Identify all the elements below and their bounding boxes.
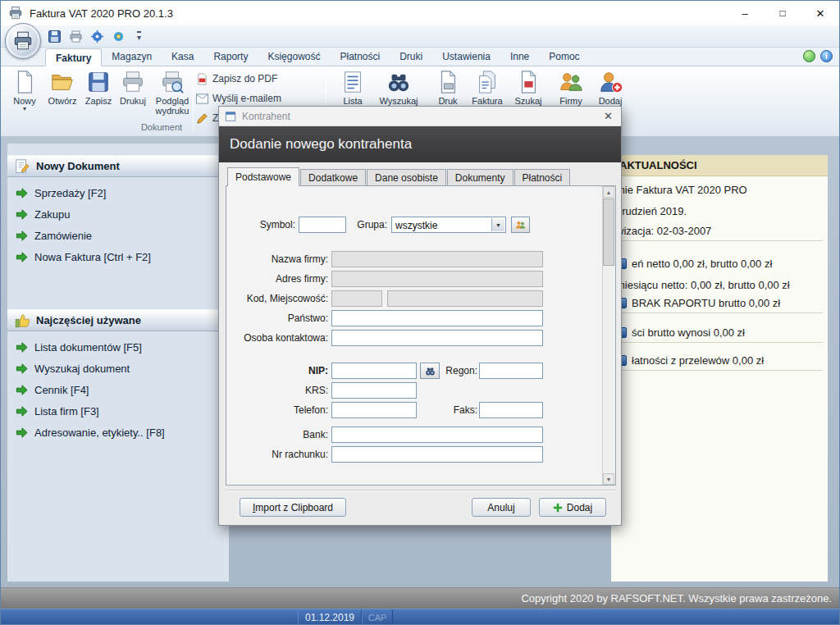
caps-lock-indicator: CAP [362, 609, 393, 625]
news-row: miesiącu netto: 0,00 zł, brutto 0,00 zł [616, 276, 824, 293]
tab-dane-osobiste[interactable]: Dane osobiste [367, 169, 446, 185]
grupa-dropdown[interactable]: wszystkie ▼ [391, 217, 506, 233]
send-email-button[interactable]: Wyślij e-mailem [196, 91, 281, 106]
sidebar-item-cennik[interactable]: Cennik [F4] [16, 380, 89, 399]
ribbon-tab-bar: Faktury Magazyn Kasa Raporty Księgowość … [1, 48, 839, 66]
pdf-icon [196, 73, 208, 85]
dialog-title-bar[interactable]: Kontrahent ✕ [219, 107, 621, 126]
save-icon[interactable] [47, 30, 62, 43]
sidebar-panel-header: Najczęściej używane [7, 309, 229, 331]
bank-input[interactable] [331, 427, 543, 443]
dialog-scrollbar[interactable]: ▲ ▼ [602, 186, 614, 485]
app-window: Faktura VAT 2020 PRO 20.1.3 – □ ✕ ▾ Fakt… [0, 0, 840, 625]
print-preview-button[interactable]: Podgląd wydruku [150, 70, 194, 116]
sidebar-item-lista-firm[interactable]: Lista firm [F3] [16, 401, 99, 421]
regon-input[interactable] [479, 363, 543, 379]
green-arrow-icon [16, 384, 28, 396]
sidebar-item-lista-dokumentow[interactable]: Lista dokumentów [F5] [16, 337, 142, 357]
symbol-input[interactable] [299, 217, 346, 233]
add-button[interactable]: Dodaj [539, 498, 606, 517]
print-icon[interactable] [68, 30, 83, 43]
group-manage-button[interactable] [511, 217, 530, 233]
print-button[interactable]: Drukuj [116, 70, 150, 106]
open-button[interactable]: Otwórz [43, 70, 81, 106]
green-arrow-icon [16, 341, 28, 354]
close-button[interactable]: ✕ [801, 1, 839, 25]
divider [613, 342, 823, 343]
tab-dokumenty[interactable]: Dokumenty [447, 169, 514, 185]
tab-inne[interactable]: Inne [500, 48, 539, 66]
import-clipboard-button[interactable]: Import z Clipboard [240, 498, 346, 517]
sidebar-item-zakupu[interactable]: Zakupu [16, 204, 70, 224]
tab-druki[interactable]: Druki [390, 48, 432, 66]
tools-icon[interactable] [111, 30, 126, 43]
companies-button[interactable]: Firmy [549, 70, 593, 106]
minimize-button[interactable]: – [726, 1, 764, 25]
tab-platnosci-dlg[interactable]: Płatności [514, 169, 571, 185]
tab-platnosci[interactable]: Płatności [330, 48, 390, 66]
scroll-down-icon[interactable]: ▼ [603, 473, 614, 485]
cancel-button[interactable]: Anuluj [472, 498, 531, 517]
news-header: AKTUALNOŚCI [611, 155, 828, 176]
green-arrow-icon [16, 427, 28, 439]
news-row: grudzień 2019. [616, 203, 824, 219]
osoba-kontaktowa-label: Osoba kontaktowa: [226, 330, 328, 346]
add-contractor-button[interactable]: Dodaj [588, 70, 632, 106]
settings-icon[interactable] [89, 30, 104, 43]
save-icon [86, 70, 111, 94]
sidebar-item-adresowanie[interactable]: Adresowanie, etykiety.. [F8] [16, 422, 165, 442]
kod-input [331, 290, 382, 307]
save-button[interactable]: Zapisz [81, 70, 116, 106]
search-button[interactable]: Wyszukaj [377, 70, 421, 106]
sidebar-item-zamowienie[interactable]: Zamówienie [16, 226, 92, 245]
regon-label: Regon: [428, 363, 477, 379]
customize-toolbar-icon[interactable]: ▾ [137, 31, 141, 41]
dialog-header: Dodanie nowego kontrahenta [219, 126, 621, 162]
sidebar-item-nowa-faktura[interactable]: Nowa Faktura [Ctrl + F2] [16, 247, 151, 267]
search-doc-button[interactable]: Szukaj [506, 70, 550, 106]
print-preview-icon [160, 70, 185, 94]
nip-input[interactable] [331, 363, 417, 379]
scroll-up-icon[interactable]: ▲ [603, 186, 614, 198]
tab-ustawienia[interactable]: Ustawienia [432, 48, 500, 66]
panstwo-label: Państwo: [226, 310, 328, 326]
faks-input[interactable] [479, 402, 543, 418]
krs-input[interactable] [331, 382, 417, 399]
symbol-label: Symbol: [229, 217, 295, 233]
divider [613, 370, 823, 371]
list-button[interactable]: Lista [331, 70, 375, 106]
chevron-down-icon: ▾ [23, 106, 26, 112]
chevron-down-icon[interactable]: ▼ [491, 218, 504, 231]
tab-podstawowe[interactable]: Podstawowe [227, 167, 299, 186]
kontrahent-dialog: Kontrahent ✕ Dodanie nowego kontrahenta … [218, 106, 622, 526]
tab-dodatkowe[interactable]: Dodatkowe [300, 169, 366, 185]
dialog-close-icon[interactable]: ✕ [604, 110, 613, 122]
app-logo-button[interactable] [5, 23, 41, 59]
tab-ksiegowosc[interactable]: Księgowość [258, 48, 330, 66]
scrollbar-thumb[interactable] [603, 198, 614, 266]
sidebar-item-wyszukaj-dokument[interactable]: Wyszukaj dokument [16, 358, 130, 378]
dialog-icon [225, 111, 236, 122]
tab-magazyn[interactable]: Magazyn [102, 48, 162, 66]
tab-pomoc[interactable]: Pomoc [539, 48, 589, 66]
invoice-button[interactable]: Faktura [465, 70, 509, 106]
new-document-button[interactable]: Nowy ▾ [7, 70, 42, 112]
web-icon[interactable] [803, 50, 815, 62]
save-to-pdf-button[interactable]: Zapisz do PDF [196, 71, 277, 86]
osoba-kontaktowa-input[interactable] [331, 330, 543, 346]
green-arrow-icon [16, 208, 28, 221]
email-icon [196, 94, 208, 104]
tab-faktury[interactable]: Faktury [45, 48, 102, 66]
panstwo-input[interactable] [331, 310, 543, 326]
quick-access-toolbar: ▾ [1, 25, 839, 48]
tab-kasa[interactable]: Kasa [162, 48, 203, 66]
nr-rachunku-input[interactable] [331, 446, 543, 463]
open-folder-icon [50, 70, 75, 94]
print-doc-button[interactable]: Druk [426, 70, 470, 106]
maximize-button[interactable]: □ [764, 1, 801, 25]
title-bar: Faktura VAT 2020 PRO 20.1.3 – □ ✕ [1, 1, 839, 25]
info-icon[interactable]: i [820, 50, 833, 62]
sidebar-item-sprzedazy[interactable]: Sprzedaży [F2] [16, 183, 106, 203]
telefon-input[interactable] [331, 402, 417, 418]
tab-raporty[interactable]: Raporty [203, 48, 258, 66]
